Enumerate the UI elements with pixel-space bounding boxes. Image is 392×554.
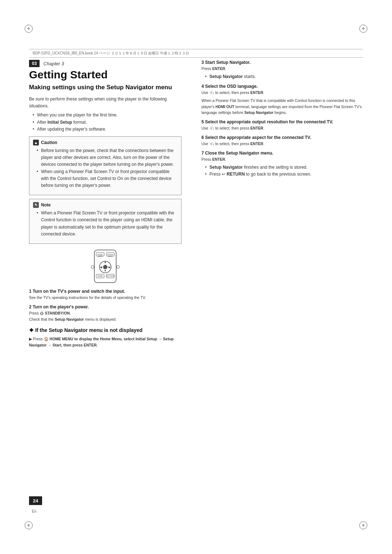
remote-svg: HOME MENU POPUP MENU ▲ ▼ ◀ ▶ HOME RETURN (83, 248, 127, 284)
intro-bullet-3: After updating the player's software. (33, 126, 181, 133)
page-lang: En (32, 509, 36, 513)
svg-text:▶: ▶ (109, 266, 111, 269)
svg-text:RETURN: RETURN (107, 275, 114, 277)
step-3-bullet-1: Setup Navigator starts. (205, 73, 363, 80)
step-2-body1: Press ⏻ STANDBY/ON. (29, 310, 181, 316)
svg-text:◀: ◀ (100, 266, 102, 269)
step-5-use: Use ↑/↓ to select, then press ENTER. (201, 125, 363, 131)
content-area: 03 Chapter 3 Getting Started Making sett… (29, 60, 363, 501)
step-7-bullets: Setup Navigator finishes and the setting… (205, 164, 363, 178)
caution-bullet-2: When using a Pioneer Flat Screen TV or f… (37, 168, 177, 189)
reg-mark-bl (25, 521, 33, 529)
step-7: 7 Close the Setup Navigator menu. Press … (201, 151, 363, 178)
step-3: 3 Start Setup Navigator. Press ENTER. Se… (201, 60, 363, 80)
main-title: Getting Started (29, 69, 181, 81)
svg-point-17 (91, 266, 94, 268)
step-3-press: Press ENTER. (201, 66, 363, 72)
chapter-number: 03 (29, 60, 40, 67)
note-icon: ✎ (33, 202, 39, 208)
svg-point-18 (117, 266, 119, 268)
step-7-bullet-1: Setup Navigator finishes and the setting… (205, 164, 363, 171)
step-4: 4 Select the OSD language. Use ↑/↓ to se… (201, 84, 363, 116)
file-info-bar: BDP-52FD_UCXCNS6_IB0_EN.book 24 ページ ２０１１… (29, 49, 363, 58)
caution-box: ▲ Caution Before turning on the power, c… (29, 136, 181, 195)
note-bullet-1: When a Pioneer Flat Screen TV or front p… (37, 210, 177, 238)
intro-bullet-1: When you use the player for the first ti… (33, 112, 181, 119)
step-4-use: Use ↑/↓ to select, then press ENTER. (201, 90, 363, 96)
file-info-text: BDP-52FD_UCXCNS6_IB0_EN.book 24 ページ ２０１１… (33, 51, 189, 56)
svg-point-8 (103, 265, 107, 269)
step-3-title: 3 Start Setup Navigator. (201, 60, 363, 65)
step-7-title: 7 Close the Setup Navigator menu. (201, 151, 363, 156)
step-1-body: See the TV's operating instructions for … (29, 295, 181, 301)
step-7-press: Press ENTER. (201, 156, 363, 163)
step-5: 5 Select the appropriate output resoluti… (201, 119, 363, 131)
step-4-title: 4 Select the OSD language. (201, 84, 363, 89)
step-3-bullets: Setup Navigator starts. (205, 73, 363, 80)
caution-bullet-1: Before turning on the power, check that … (37, 147, 177, 168)
caution-icon: ▲ (33, 140, 39, 145)
step-1: 1 Turn on the TV's power and switch the … (29, 289, 181, 301)
intro-text: Be sure to perform these settings when u… (29, 96, 181, 110)
reg-mark-tr (359, 25, 367, 33)
step-7-bullet-2: Press ↩ RETURN to go back to the previou… (205, 171, 363, 178)
left-column: 03 Chapter 3 Getting Started Making sett… (29, 60, 185, 501)
intro-bullet-2: After Initial Setup format. (33, 119, 181, 126)
note-bullets: When a Pioneer Flat Screen TV or front p… (37, 210, 177, 238)
intro-bullets: When you use the player for the first ti… (33, 112, 181, 133)
right-column: 3 Start Setup Navigator. Press ENTER. Se… (196, 60, 363, 501)
if-not-displayed-instruction: ▶ Press 🏠 HOME MENU to display the Home … (29, 336, 181, 348)
caution-bullets: Before turning on the power, check that … (37, 147, 177, 189)
if-not-displayed-section: ❖ If the Setup Navigator menu is not dis… (29, 327, 181, 348)
note-label: Note (41, 202, 51, 208)
if-not-displayed-title: ❖ If the Setup Navigator menu is not dis… (29, 327, 181, 333)
step-6: 6 Select the appropriate aspect for the … (201, 135, 363, 147)
reg-mark-br (359, 521, 367, 529)
step-5-title: 5 Select the appropriate output resoluti… (201, 119, 363, 124)
caution-header: ▲ Caution (33, 140, 177, 145)
note-box: ✎ Note When a Pioneer Flat Screen TV or … (29, 199, 181, 244)
chapter-text: Chapter 3 (43, 61, 64, 66)
step-2-title: 2 Turn on the player's power. (29, 304, 181, 309)
step-2-body2: Check that the Setup Navigator menu is d… (29, 316, 181, 323)
reg-mark-tl (25, 25, 33, 33)
svg-text:▲: ▲ (104, 260, 107, 264)
svg-text:MENU: MENU (108, 255, 113, 257)
svg-text:MENU: MENU (98, 255, 102, 257)
step-6-use: Use ↑/↓ to select, then press ENTER. (201, 141, 363, 147)
chapter-label: 03 Chapter 3 (29, 60, 181, 67)
note-header: ✎ Note (33, 202, 177, 208)
remote-image: HOME MENU POPUP MENU ▲ ▼ ◀ ▶ HOME RETURN (83, 248, 127, 284)
step-4-extra: When a Pioneer Flat Screen TV that is co… (201, 98, 363, 116)
step-1-num: 1 (29, 289, 33, 294)
svg-text:HOME: HOME (98, 275, 103, 277)
svg-text:▼: ▼ (104, 269, 107, 272)
step-6-title: 6 Select the appropriate aspect for the … (201, 135, 363, 140)
step-1-title: 1 Turn on the TV's power and switch the … (29, 289, 181, 294)
step-2: 2 Turn on the player's power. Press ⏻ ST… (29, 304, 181, 323)
caution-label: Caution (41, 140, 57, 145)
sub-title: Making settings using the Setup Navigato… (29, 83, 181, 91)
